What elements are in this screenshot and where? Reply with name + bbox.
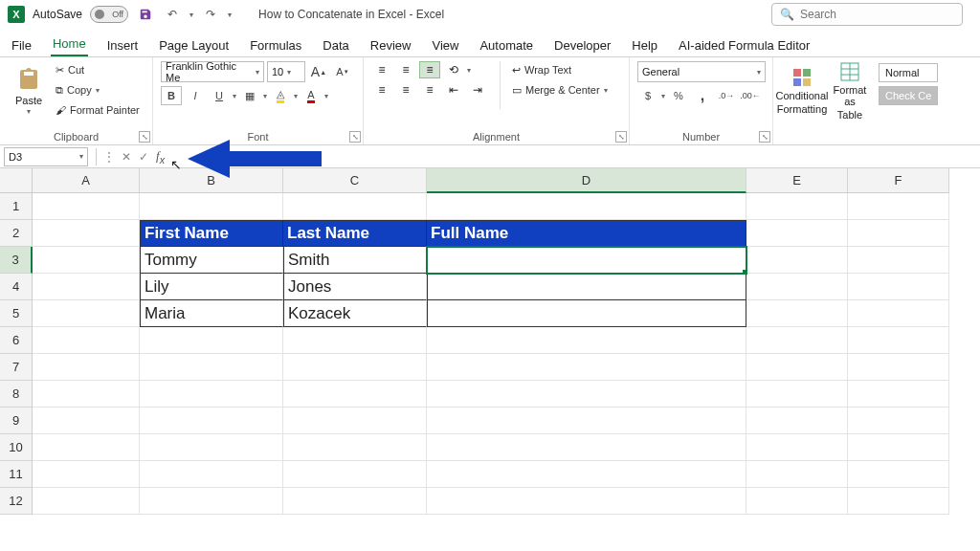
row-header-7[interactable]: 7	[0, 354, 33, 381]
redo-more-icon[interactable]: ▾	[228, 11, 232, 19]
cell[interactable]	[848, 247, 949, 274]
cell[interactable]	[140, 461, 283, 488]
comma-button[interactable]: ,	[692, 86, 713, 105]
percent-button[interactable]: %	[668, 86, 689, 105]
cell[interactable]	[33, 434, 140, 461]
fill-color-button[interactable]: ◬	[270, 86, 291, 105]
cell[interactable]	[283, 381, 427, 408]
copy-button[interactable]: ⧉Copy▾	[56, 81, 140, 99]
cell[interactable]	[283, 327, 427, 354]
search-box[interactable]: 🔍	[771, 3, 963, 26]
tab-home[interactable]: Home	[51, 33, 88, 56]
cell[interactable]: Jones	[283, 274, 427, 300]
format-as-table-button[interactable]: Format asTable	[829, 61, 871, 121]
font-dialog-launcher[interactable]: ⤡	[349, 131, 361, 143]
cell[interactable]	[33, 381, 140, 408]
currency-button[interactable]: $	[637, 86, 658, 105]
row-header-4[interactable]: 4	[0, 274, 33, 300]
cell[interactable]	[283, 408, 427, 434]
cell[interactable]	[140, 434, 283, 461]
cell[interactable]	[848, 274, 949, 300]
tab-ai-editor[interactable]: AI-aided Formula Editor	[677, 34, 812, 56]
cell[interactable]	[283, 434, 427, 461]
cell[interactable]	[427, 300, 746, 327]
row-header-12[interactable]: 12	[0, 488, 33, 515]
cell[interactable]	[746, 193, 848, 220]
tab-page-layout[interactable]: Page Layout	[157, 34, 231, 56]
number-format-combo[interactable]: General▾	[637, 61, 766, 82]
col-header-f[interactable]: F	[848, 168, 949, 193]
underline-button[interactable]: U	[209, 86, 230, 105]
cell[interactable]	[33, 193, 140, 220]
clipboard-dialog-launcher[interactable]: ⤡	[139, 131, 150, 143]
name-box[interactable]: D3▾	[4, 147, 88, 166]
align-center-button[interactable]: ≡	[395, 81, 416, 99]
bold-button[interactable]: B	[161, 86, 182, 105]
row-header-11[interactable]: 11	[0, 461, 33, 488]
cell[interactable]	[848, 327, 949, 354]
row-header-2[interactable]: 2	[0, 220, 33, 247]
cell[interactable]	[848, 354, 949, 381]
cell[interactable]	[33, 220, 140, 247]
cell-selected[interactable]	[427, 247, 746, 274]
redo-button[interactable]: ↷	[201, 5, 220, 24]
cell[interactable]	[33, 300, 140, 327]
cell[interactable]	[427, 381, 746, 408]
undo-more-icon[interactable]: ▾	[189, 11, 193, 19]
col-header-d[interactable]: D	[427, 168, 746, 193]
number-dialog-launcher[interactable]: ⤡	[759, 131, 770, 143]
merge-center-button[interactable]: ▭Merge & Center▾	[512, 81, 608, 99]
decrease-decimal-button[interactable]: .00←	[740, 86, 761, 105]
undo-button[interactable]: ↶	[163, 5, 182, 24]
cell[interactable]	[848, 220, 949, 247]
font-size-combo[interactable]: 10▾	[267, 61, 305, 82]
tab-help[interactable]: Help	[630, 34, 659, 56]
cell[interactable]	[746, 354, 848, 381]
cell[interactable]	[140, 408, 283, 434]
autosave-toggle[interactable]: Off	[90, 6, 128, 23]
cell[interactable]	[33, 461, 140, 488]
conditional-formatting-button[interactable]: ConditionalFormatting	[781, 61, 823, 121]
font-color-button[interactable]: A	[301, 86, 322, 105]
cell[interactable]	[140, 381, 283, 408]
borders-button[interactable]: ▦	[239, 86, 260, 105]
cell[interactable]	[746, 327, 848, 354]
increase-decimal-button[interactable]: .0→	[716, 86, 737, 105]
cell[interactable]: Tommy	[140, 247, 283, 274]
style-normal[interactable]: Normal	[879, 63, 938, 82]
format-painter-button[interactable]: 🖌Format Painter	[56, 101, 140, 119]
formula-input[interactable]	[168, 147, 980, 166]
cell[interactable]	[848, 381, 949, 408]
cell[interactable]: Lily	[140, 274, 283, 300]
cell[interactable]	[746, 274, 848, 300]
cell[interactable]	[33, 408, 140, 434]
wrap-text-button[interactable]: ↩Wrap Text	[512, 61, 608, 78]
row-header-6[interactable]: 6	[0, 327, 33, 354]
alignment-dialog-launcher[interactable]: ⤡	[615, 131, 627, 143]
cell[interactable]	[848, 300, 949, 327]
cell[interactable]	[427, 354, 746, 381]
col-header-e[interactable]: E	[746, 168, 848, 193]
save-button[interactable]	[136, 5, 155, 24]
tab-insert[interactable]: Insert	[105, 34, 141, 56]
chevron-down-icon[interactable]: ▾	[233, 92, 236, 100]
tab-review[interactable]: Review	[368, 34, 413, 56]
cell[interactable]	[283, 354, 427, 381]
cell[interactable]	[848, 488, 949, 515]
align-bottom-button[interactable]: ≡	[419, 61, 440, 78]
search-input[interactable]	[800, 8, 954, 21]
cell[interactable]	[33, 327, 140, 354]
cell[interactable]	[746, 461, 848, 488]
cell-header-first-name[interactable]: First Name	[140, 220, 283, 247]
italic-button[interactable]: I	[185, 86, 206, 105]
cell[interactable]	[427, 193, 746, 220]
cell[interactable]: Maria	[140, 300, 283, 327]
cell[interactable]	[140, 354, 283, 381]
more-icon[interactable]: ⋮	[100, 148, 118, 165]
cell[interactable]	[283, 461, 427, 488]
cell[interactable]	[283, 193, 427, 220]
cell[interactable]: Kozacek	[283, 300, 427, 327]
row-header-8[interactable]: 8	[0, 381, 33, 408]
col-header-b[interactable]: B	[140, 168, 283, 193]
increase-indent-button[interactable]: ⇥	[467, 81, 488, 99]
